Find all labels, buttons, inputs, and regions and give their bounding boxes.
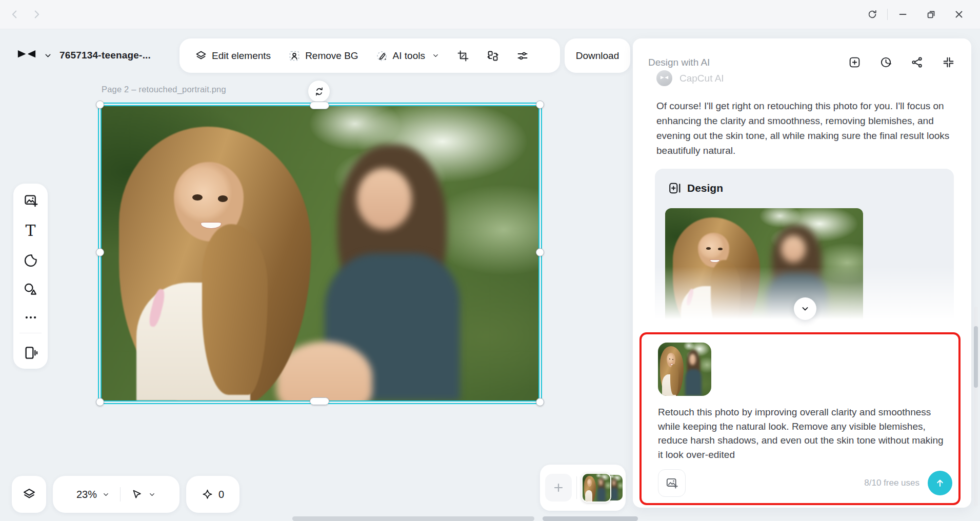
- share-button[interactable]: [910, 55, 924, 69]
- photo-girl-eye: [218, 195, 228, 202]
- panel-scrollbar-thumb[interactable]: [974, 326, 978, 388]
- new-chat-button[interactable]: [848, 55, 861, 69]
- design-result-image[interactable]: [665, 208, 863, 338]
- edit-elements-button[interactable]: Edit elements: [195, 50, 271, 62]
- doc-menu-chevron-icon[interactable]: [44, 51, 52, 60]
- design-card-title: Design: [687, 182, 723, 194]
- chevron-down-icon: [800, 304, 810, 314]
- collapse-panel-button[interactable]: [942, 55, 955, 69]
- crop-button[interactable]: [457, 50, 469, 62]
- layers-icon: [195, 50, 207, 62]
- layers-panel-button[interactable]: [12, 476, 46, 513]
- prompt-actions-row: 8/10 free uses: [658, 469, 952, 497]
- person-dashed-icon: [288, 50, 301, 62]
- resize-icon: [23, 345, 38, 360]
- panel-title: Design with AI: [648, 57, 710, 68]
- shapes-tool[interactable]: [22, 280, 39, 298]
- controls-divider: [120, 487, 121, 502]
- zoom-level[interactable]: 23%: [76, 489, 97, 500]
- send-button[interactable]: [928, 471, 952, 495]
- page-thumbnail-selected[interactable]: [582, 473, 611, 503]
- resize-handle-left[interactable]: [96, 248, 104, 256]
- layers-icon: [22, 487, 36, 502]
- add-page-button[interactable]: [545, 474, 572, 502]
- replace-button[interactable]: [487, 50, 499, 62]
- zoom-chevron-icon[interactable]: [102, 491, 110, 498]
- credits-count: 0: [218, 489, 224, 500]
- chevron-left-icon: [9, 9, 21, 20]
- refresh-icon: [867, 9, 878, 20]
- credits-star-icon: [202, 489, 213, 500]
- text-tool[interactable]: T: [22, 222, 39, 239]
- sticker-icon: [23, 253, 38, 268]
- text-icon: T: [25, 223, 35, 238]
- design-with-ai-panel: Design with AI CapCut AI: [633, 38, 971, 508]
- prompt-attached-image[interactable]: [658, 343, 711, 396]
- portrait-photo: [102, 106, 538, 400]
- resize-handle-bottom-left[interactable]: [96, 398, 104, 406]
- image-add-icon: [665, 476, 678, 490]
- ai-tools-button[interactable]: AI tools: [376, 50, 439, 62]
- minimize-button[interactable]: [895, 6, 911, 23]
- page-label: Page 2 – retouched_portrait.png: [102, 85, 226, 94]
- adjust-button[interactable]: [516, 50, 529, 62]
- assistant-header: CapCut AI: [656, 70, 724, 86]
- horizontal-scrollbar-thumb[interactable]: [543, 516, 638, 521]
- cursor-chevron-icon[interactable]: [148, 491, 156, 498]
- resize-handle-bottom-right[interactable]: [536, 398, 544, 406]
- history-icon: [879, 56, 892, 69]
- window-title-bar: [0, 0, 980, 29]
- download-button[interactable]: Download: [565, 38, 630, 73]
- plus-icon: [552, 481, 565, 494]
- ai-pen-icon: [376, 50, 388, 62]
- nav-forward-button[interactable]: [29, 7, 44, 22]
- resize-handle-bottom[interactable]: [310, 397, 329, 405]
- resize-handle-top[interactable]: [310, 102, 329, 109]
- capcut-logo[interactable]: [17, 48, 36, 63]
- prompt-input-box[interactable]: Retouch this photo by improving overall …: [639, 332, 961, 505]
- document-menu: 7657134-teenage-...: [17, 45, 151, 66]
- attach-image-button[interactable]: [658, 469, 686, 497]
- main-toolbar: Edit elements Remove BG AI tools: [179, 38, 560, 73]
- nav-back-button[interactable]: [7, 7, 23, 22]
- zoom-and-cursor-controls: 23%: [53, 476, 179, 513]
- tools-sidebar: T: [13, 184, 48, 369]
- add-image-icon: [23, 193, 38, 208]
- download-label: Download: [576, 50, 619, 62]
- new-chat-icon: [848, 56, 861, 69]
- resize-handle-top-right[interactable]: [536, 101, 544, 109]
- resize-handle-top-left[interactable]: [96, 101, 104, 109]
- remove-bg-button[interactable]: Remove BG: [288, 50, 358, 62]
- file-name: 7657134-teenage-...: [59, 50, 151, 61]
- prompt-text[interactable]: Retouch this photo by improving overall …: [658, 405, 946, 462]
- sticker-tool[interactable]: [22, 252, 39, 269]
- close-button[interactable]: [951, 6, 967, 23]
- collapse-icon: [942, 56, 955, 69]
- adjust-icon: [516, 50, 529, 62]
- add-image-tool[interactable]: [22, 192, 39, 209]
- free-uses-counter: 8/10 free uses: [864, 478, 919, 488]
- resize-handle-right[interactable]: [536, 248, 544, 256]
- rotate-handle[interactable]: [308, 80, 330, 103]
- capcut-editor-window: 7657134-teenage-... Edit elements Remove…: [0, 0, 980, 521]
- cursor-icon[interactable]: [131, 488, 143, 500]
- ai-tools-chevron-icon: [432, 52, 439, 59]
- refresh-button[interactable]: [864, 6, 881, 23]
- restore-window-button[interactable]: [923, 6, 939, 23]
- share-icon: [911, 56, 924, 69]
- resize-tool[interactable]: [22, 344, 39, 362]
- titlebar-divider: [887, 9, 888, 20]
- expand-design-button[interactable]: [794, 297, 816, 320]
- horizontal-scrollbar[interactable]: [292, 516, 534, 521]
- photo-blurred-girl-face: [357, 168, 412, 230]
- edit-elements-label: Edit elements: [212, 50, 271, 62]
- history-button[interactable]: [879, 55, 892, 69]
- capcut-ai-avatar: [656, 70, 672, 86]
- credits-button[interactable]: 0: [186, 476, 239, 513]
- close-icon: [953, 9, 965, 20]
- send-arrow-icon: [934, 477, 946, 489]
- more-tools[interactable]: [22, 309, 39, 326]
- restore-window-icon: [926, 9, 937, 20]
- selected-image-layer[interactable]: [101, 105, 539, 402]
- chevron-right-icon: [31, 9, 42, 20]
